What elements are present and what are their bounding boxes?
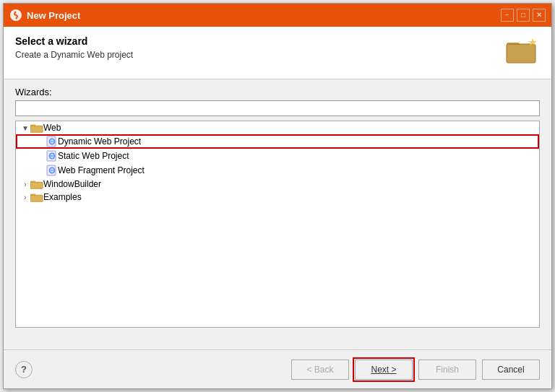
cancel-button[interactable]: Cancel bbox=[482, 360, 540, 380]
windowbuilder-folder-icon bbox=[30, 179, 43, 189]
wizard-tree[interactable]: ▼ Web ▷ Dynamic Web Project bbox=[15, 121, 540, 328]
next-button[interactable]: Next > bbox=[355, 360, 413, 380]
tree-item-static-web[interactable]: ▷ Static Web Project bbox=[16, 149, 539, 163]
title-bar: New Project − □ ✕ bbox=[4, 4, 551, 27]
tree-item-dynamic-web-label: Dynamic Web Project bbox=[58, 136, 141, 147]
static-web-icon bbox=[46, 150, 58, 162]
dynamic-web-icon bbox=[46, 136, 58, 147]
tree-item-windowbuilder[interactable]: › WindowBuilder bbox=[16, 178, 539, 191]
tree-item-examples[interactable]: › Examples bbox=[16, 191, 539, 204]
dialog-body: Wizards: ▼ Web ▷ bbox=[4, 79, 551, 335]
maximize-button[interactable]: □ bbox=[517, 9, 530, 22]
finish-button[interactable]: Finish bbox=[418, 360, 476, 380]
examples-expander[interactable]: › bbox=[20, 192, 30, 202]
separator bbox=[4, 335, 551, 349]
web-fragment-icon bbox=[46, 165, 58, 176]
tree-item-static-web-label: Static Web Project bbox=[58, 151, 129, 161]
tree-item-windowbuilder-label: WindowBuilder bbox=[43, 179, 101, 189]
web-expander[interactable]: ▼ bbox=[20, 123, 30, 133]
web-folder-icon bbox=[30, 123, 43, 133]
dialog-header: Select a wizard Create a Dynamic Web pro… bbox=[4, 27, 551, 79]
search-input[interactable] bbox=[15, 100, 540, 116]
examples-folder-icon bbox=[30, 192, 43, 202]
header-icon bbox=[505, 35, 540, 70]
back-button[interactable]: < Back bbox=[291, 360, 349, 380]
windowbuilder-expander[interactable]: › bbox=[20, 179, 30, 189]
close-button[interactable]: ✕ bbox=[533, 9, 546, 22]
app-icon bbox=[9, 9, 22, 22]
tree-item-dynamic-web[interactable]: ▷ Dynamic Web Project bbox=[16, 134, 539, 149]
tree-item-web-label: Web bbox=[43, 123, 61, 133]
wizards-label: Wizards: bbox=[15, 87, 540, 97]
new-project-window: New Project − □ ✕ Select a wizard Create… bbox=[3, 3, 552, 389]
tree-item-web[interactable]: ▼ Web bbox=[16, 121, 539, 134]
tree-item-examples-label: Examples bbox=[43, 192, 82, 202]
window-controls: − □ ✕ bbox=[501, 9, 546, 22]
header-title: Select a wizard bbox=[15, 35, 505, 47]
wizard-icon-svg bbox=[505, 35, 540, 64]
header-text: Select a wizard Create a Dynamic Web pro… bbox=[15, 35, 505, 60]
window-title: New Project bbox=[27, 10, 501, 21]
tree-item-web-fragment[interactable]: ▷ Web Fragment Project bbox=[16, 163, 539, 178]
header-subtitle: Create a Dynamic Web project bbox=[15, 50, 505, 60]
svg-rect-2 bbox=[507, 43, 520, 47]
dialog-footer: ? < Back Next > Finish Cancel bbox=[4, 349, 551, 388]
footer-buttons: < Back Next > Finish Cancel bbox=[291, 360, 540, 380]
minimize-button[interactable]: − bbox=[501, 9, 514, 22]
help-button[interactable]: ? bbox=[15, 361, 33, 378]
tree-item-web-fragment-label: Web Fragment Project bbox=[58, 165, 145, 175]
